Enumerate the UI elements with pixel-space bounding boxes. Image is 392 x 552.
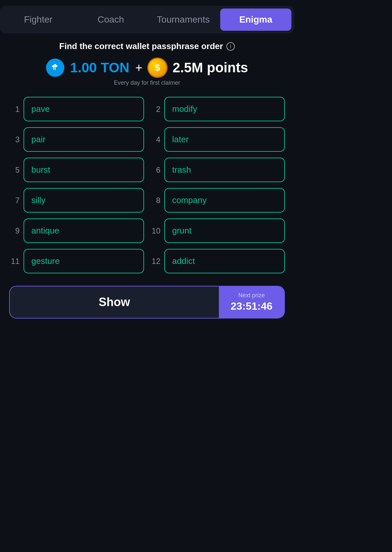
coin-icon: $: [148, 59, 167, 77]
word-cell-1: 1 pave: [9, 97, 144, 121]
word-box-7[interactable]: silly: [24, 188, 144, 213]
word-box-5[interactable]: burst: [24, 158, 144, 182]
word-number-6: 6: [150, 165, 160, 175]
reward-subtitle: Every day for first claimer: [114, 79, 180, 86]
word-cell-12: 12 addict: [150, 249, 285, 273]
points-amount: 2.5M points: [172, 60, 248, 76]
word-box-9[interactable]: antique: [24, 218, 144, 243]
word-cell-3: 3 pair: [9, 127, 144, 152]
word-number-4: 4: [150, 135, 160, 144]
bottom-bar: Show Next prize 23:51:46: [9, 286, 285, 319]
word-number-3: 3: [9, 135, 20, 144]
word-cell-2: 2 modify: [150, 97, 285, 121]
header-title: Find the correct wallet passphrase order: [59, 41, 223, 51]
next-prize-section: Next prize 23:51:46: [219, 286, 284, 318]
header-section: Find the correct wallet passphrase order…: [59, 41, 235, 51]
word-box-2[interactable]: modify: [164, 97, 285, 121]
tab-enigma[interactable]: Enigma: [220, 9, 291, 31]
word-cell-4: 4 later: [150, 127, 285, 152]
word-box-1[interactable]: pave: [24, 97, 144, 121]
next-prize-label: Next prize: [238, 292, 265, 299]
word-number-12: 12: [150, 257, 160, 266]
word-box-3[interactable]: pair: [24, 127, 144, 152]
word-cell-11: 11 gesture: [9, 249, 144, 273]
ton-icon: [46, 59, 64, 77]
tab-coach[interactable]: Coach: [75, 9, 146, 31]
word-box-6[interactable]: trash: [164, 158, 285, 182]
word-cell-5: 5 burst: [9, 158, 144, 182]
word-number-7: 7: [9, 196, 20, 205]
word-box-10[interactable]: grunt: [164, 218, 285, 243]
reward-row: 1.00 TON + $ 2.5M points: [46, 59, 248, 77]
ton-amount: 1.00 TON: [70, 60, 129, 76]
show-button[interactable]: Show: [10, 286, 219, 318]
word-cell-7: 7 silly: [9, 188, 144, 213]
main-content: Find the correct wallet passphrase order…: [0, 41, 294, 319]
next-prize-timer: 23:51:46: [231, 300, 272, 312]
word-number-9: 9: [9, 226, 20, 235]
word-box-11[interactable]: gesture: [24, 249, 144, 273]
plus-sign: +: [135, 61, 142, 75]
tab-bar: Fighter Coach Tournaments Enigma: [0, 6, 294, 33]
word-cell-8: 8 company: [150, 188, 285, 213]
tab-tournaments[interactable]: Tournaments: [148, 9, 219, 31]
word-number-2: 2: [150, 105, 160, 114]
word-cell-10: 10 grunt: [150, 218, 285, 243]
info-icon[interactable]: i: [226, 42, 235, 51]
word-number-10: 10: [150, 226, 160, 235]
word-number-5: 5: [9, 165, 20, 175]
word-cell-6: 6 trash: [150, 158, 285, 182]
word-box-4[interactable]: later: [164, 127, 285, 152]
word-box-8[interactable]: company: [164, 188, 285, 213]
word-grid: 1 pave 2 modify 3 pair 4 later 5 burst 6…: [9, 97, 285, 273]
word-number-1: 1: [9, 105, 20, 114]
word-number-11: 11: [9, 257, 20, 266]
tab-fighter[interactable]: Fighter: [3, 9, 74, 31]
word-number-8: 8: [150, 196, 160, 205]
word-box-12[interactable]: addict: [164, 249, 285, 273]
word-cell-9: 9 antique: [9, 218, 144, 243]
